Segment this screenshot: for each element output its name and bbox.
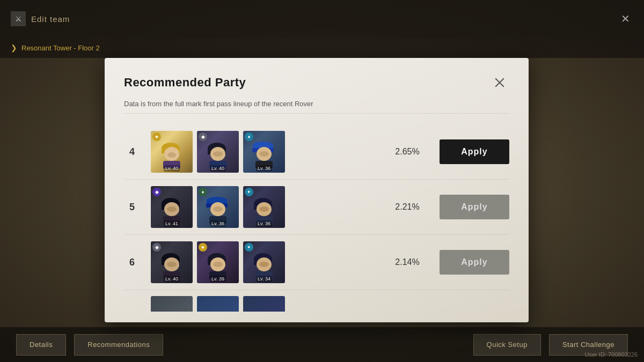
top-bar: ⚔ Edit team ✕	[0, 0, 644, 38]
party-number-4: 4	[124, 146, 140, 158]
char-card-6-1: ◆ Lv. 40	[151, 241, 193, 283]
char-element-icon-6-2: ★	[199, 243, 207, 252]
char-card-peek-2	[197, 296, 239, 312]
party-percent-6: 2.14%	[386, 257, 429, 267]
char-card-4-2: ◆ Lv. 40	[197, 131, 239, 173]
apply-button-5[interactable]: Apply	[440, 195, 509, 219]
char-level-5-3: Lv. 36	[256, 220, 272, 227]
top-bar-icon: ⚔	[11, 11, 26, 26]
char-card-5-1: ◆ Lv. 41	[151, 186, 193, 228]
char-card-4-1: ★ Lv. 40	[151, 131, 193, 173]
char-level-6-2: Lv. 39	[210, 276, 226, 282]
party-row-6: 6 ◆ Lv. 40	[124, 235, 509, 290]
party-row-5: 5 ◆ Lv. 41	[124, 180, 509, 235]
char-element-icon-6-1: ◆	[152, 243, 161, 252]
char-card-peek-3	[243, 296, 285, 312]
party-number-6: 6	[124, 257, 140, 268]
char-element-icon-5-1: ◆	[152, 188, 161, 196]
char-card-5-3: ✦ Lv. 36	[243, 186, 285, 228]
character-cards-4: ★ Lv. 40 ◆	[151, 131, 375, 173]
bottom-bar: Details Recommendations Quick Setup Star…	[0, 327, 644, 362]
apply-button-4[interactable]: Apply	[440, 139, 509, 164]
top-bar-title: Edit team	[31, 14, 70, 24]
details-button[interactable]: Details	[16, 334, 66, 356]
party-percent-5: 2.21%	[386, 202, 429, 212]
char-element-icon-4-3: ♦	[245, 132, 253, 141]
user-id: User ID: 700803226	[585, 351, 638, 358]
char-level-5-2: Lv. 36	[210, 220, 226, 227]
char-level-6-3: Lv. 34	[256, 276, 272, 282]
quick-setup-button[interactable]: Quick Setup	[473, 334, 541, 356]
char-card-5-2: ♦ Lv. 36	[197, 186, 239, 228]
character-cards-5: ◆ Lv. 41	[151, 186, 375, 228]
char-card-4-3: ♦ Lv. 36	[243, 131, 285, 173]
top-bar-close-button[interactable]: ✕	[617, 11, 633, 27]
party-row-peek	[124, 290, 509, 312]
char-element-icon-6-3: ✦	[245, 243, 253, 252]
char-level-4-2: Lv. 40	[210, 165, 226, 172]
char-card-peek-1	[151, 296, 193, 312]
breadcrumb: Resonant Tower - Floor 2	[21, 44, 100, 52]
modal-title: Recommended Party	[124, 76, 246, 90]
party-percent-4: 2.65%	[386, 147, 429, 157]
party-row-4: 4 ★ Lv. 40	[124, 124, 509, 180]
recommended-party-modal: Recommended Party Data is from the full …	[105, 58, 529, 322]
char-level-4-3: Lv. 36	[256, 165, 272, 172]
breadcrumb-arrow-icon: ❯	[11, 43, 17, 52]
recommendations-button[interactable]: Recommendations	[74, 334, 163, 356]
char-element-icon-4-1: ★	[152, 132, 161, 141]
character-cards-peek	[151, 296, 509, 312]
breadcrumb-bar: ❯ Resonant Tower - Floor 2	[0, 38, 644, 58]
modal-close-button[interactable]	[490, 73, 509, 92]
char-card-6-3: ✦ Lv. 34	[243, 241, 285, 283]
character-cards-6: ◆ Lv. 40 ★	[151, 241, 375, 283]
char-element-icon-5-3: ✦	[245, 188, 253, 196]
char-level-4-1: Lv. 40	[164, 165, 180, 172]
modal-header: Recommended Party	[124, 73, 509, 92]
char-card-6-2: ★ Lv. 39	[197, 241, 239, 283]
char-element-icon-5-2: ♦	[199, 188, 207, 196]
char-level-5-1: Lv. 41	[164, 220, 180, 227]
char-element-icon-4-2: ◆	[199, 132, 207, 141]
apply-button-6[interactable]: Apply	[440, 250, 509, 275]
char-level-6-1: Lv. 40	[164, 276, 180, 282]
modal-subtitle: Data is from the full mark first pass li…	[124, 100, 509, 114]
party-number-5: 5	[124, 202, 140, 213]
